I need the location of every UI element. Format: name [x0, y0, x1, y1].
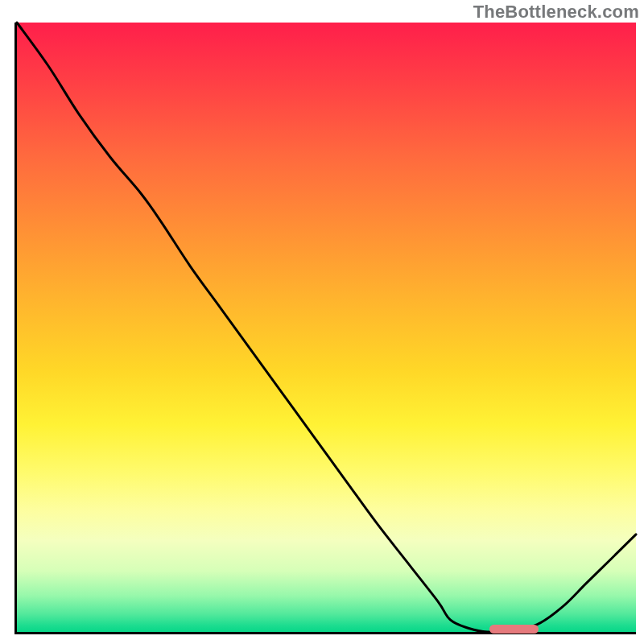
plot-area	[14, 23, 636, 634]
bottleneck-curve	[17, 23, 636, 632]
curve-layer	[17, 23, 636, 632]
attribution-text: TheBottleneck.com	[473, 2, 639, 23]
chart-canvas: TheBottleneck.com	[0, 0, 644, 644]
optimal-range-marker	[489, 625, 539, 634]
